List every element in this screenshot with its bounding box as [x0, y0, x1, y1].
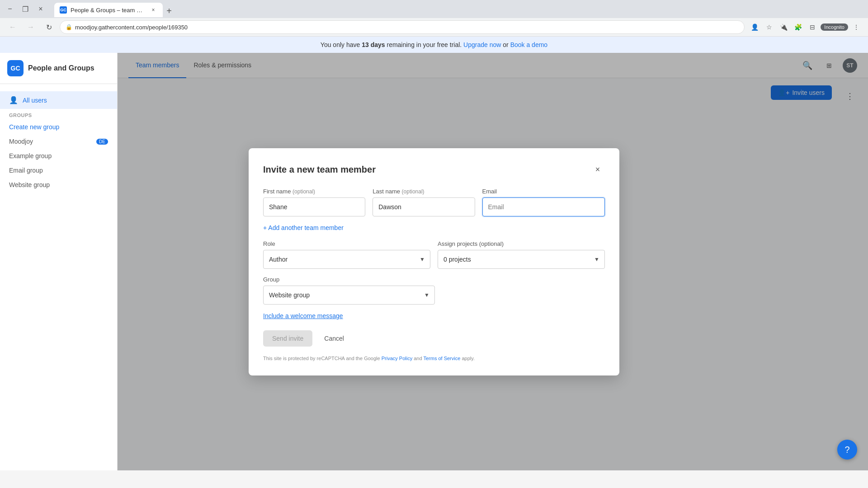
tab-bar: GC People & Groups – team memb... × + [51, 1, 179, 17]
modal-overlay: Invite a new team member × First name (o… [118, 53, 868, 470]
sidebar-header: GC People and Groups [0, 53, 117, 84]
name-email-row: First name (optional) Last name (optiona… [263, 188, 605, 216]
notification-text-middle: remaining in your free trial. [387, 41, 463, 48]
lock-icon: 🔒 [66, 24, 72, 30]
close-window-button[interactable]: × [34, 3, 47, 15]
group-select-wrapper: Website group Moodjoy Example group Emai… [263, 286, 435, 305]
first-name-label: First name (optional) [263, 188, 365, 195]
projects-group: Assign projects (optional) 0 projects ▼ [438, 240, 605, 269]
sidebar-icon[interactable]: ⊟ [806, 21, 819, 33]
group-form-group: Group Website group Moodjoy Example grou… [263, 276, 435, 305]
sidebar-item-email-group[interactable]: Email group [0, 163, 117, 178]
example-group-label: Example group [9, 152, 52, 160]
help-button[interactable]: ? [837, 440, 857, 460]
sidebar: GC People and Groups 👤 All users GROUPS … [0, 53, 118, 470]
email-input[interactable] [482, 197, 605, 216]
last-name-group: Last name (optional) [373, 188, 475, 216]
notification-text-before: You only have [321, 41, 362, 48]
tab-title: People & Groups – team memb... [71, 7, 146, 14]
email-label: Email [482, 188, 605, 195]
sidebar-item-moodjoy[interactable]: Moodjoy DE [0, 134, 117, 149]
notification-and: or [503, 41, 510, 48]
extension-icon[interactable]: 🔌 [777, 21, 790, 33]
group-label: Group [263, 276, 435, 283]
notification-days: 13 days [362, 41, 385, 48]
notification-bar: You only have 13 days remaining in your … [0, 37, 868, 53]
role-label: Role [263, 240, 430, 247]
modal-close-button[interactable]: × [590, 163, 605, 177]
send-invite-button[interactable]: Send invite [263, 330, 312, 347]
bookmark-icon[interactable]: ☆ [763, 21, 775, 33]
tab-favicon: GC [60, 6, 67, 14]
invite-modal: Invite a new team member × First name (o… [249, 148, 619, 375]
last-name-optional: (optional) [402, 188, 425, 195]
terms-of-service-link[interactable]: Terms of Service [423, 356, 460, 361]
window-controls: − ❐ × [4, 3, 47, 15]
sidebar-item-example-group[interactable]: Example group [0, 149, 117, 163]
moodjoy-badge: DE [96, 139, 108, 145]
role-projects-row: Role Author Editor Reviewer Owner ▼ [263, 240, 605, 269]
address-bar[interactable]: 🔒 moodjoy.gathercontent.com/people/16935… [60, 20, 745, 34]
incognito-badge: Incognito [821, 23, 848, 31]
first-name-group: First name (optional) [263, 188, 365, 216]
app-title: People and Groups [28, 64, 94, 72]
active-tab[interactable]: GC People & Groups – team memb... × [54, 3, 163, 17]
book-demo-link[interactable]: Book a demo [510, 41, 548, 48]
groups-section-title: GROUPS [0, 109, 117, 120]
website-group-label: Website group [9, 181, 50, 188]
app-layout: GC People and Groups 👤 All users GROUPS … [0, 53, 868, 470]
all-users-label: All users [23, 97, 47, 104]
back-button[interactable]: ← [5, 20, 20, 34]
role-select-wrapper: Author Editor Reviewer Owner ▼ [263, 250, 430, 269]
recaptcha-text: This site is protected by reCAPTCHA and … [263, 356, 605, 361]
create-new-group-link[interactable]: Create new group [0, 120, 117, 134]
projects-label: Assign projects (optional) [438, 240, 605, 247]
email-group: Email [482, 188, 605, 216]
modal-header: Invite a new team member × [263, 163, 605, 177]
sidebar-item-all-users[interactable]: 👤 All users [0, 91, 117, 109]
add-member-link[interactable]: + Add another team member [263, 224, 344, 231]
projects-select-wrapper: 0 projects ▼ [438, 250, 605, 269]
email-group-label: Email group [9, 167, 43, 174]
modal-footer: Send invite Cancel [263, 330, 605, 347]
first-name-input[interactable] [263, 197, 365, 216]
modal-title: Invite a new team member [263, 164, 376, 175]
sidebar-nav: 👤 All users GROUPS Create new group Mood… [0, 84, 117, 199]
first-name-optional: (optional) [292, 188, 315, 195]
menu-button[interactable]: ⋮ [850, 21, 863, 33]
role-group: Role Author Editor Reviewer Owner ▼ [263, 240, 430, 269]
browser-chrome: − ❐ × GC People & Groups – team memb... … [0, 0, 868, 37]
privacy-policy-link[interactable]: Privacy Policy [382, 356, 412, 361]
tab-close-button[interactable]: × [149, 6, 157, 14]
group-row: Group Website group Moodjoy Example grou… [263, 276, 605, 305]
moodjoy-label: Moodjoy [9, 138, 33, 145]
main-content: Team members Roles & permissions 🔍 ⊞ ST … [118, 53, 868, 470]
omnibar-actions: 👤 ☆ 🔌 🧩 ⊟ Incognito ⋮ [748, 21, 863, 33]
reload-button[interactable]: ↻ [42, 20, 56, 34]
group-select[interactable]: Website group Moodjoy Example group Emai… [263, 286, 435, 305]
role-select[interactable]: Author Editor Reviewer Owner [263, 250, 430, 269]
minimize-button[interactable]: − [4, 3, 16, 15]
new-tab-button[interactable]: + [163, 5, 175, 17]
browser-titlebar: − ❐ × GC People & Groups – team memb... … [0, 0, 868, 18]
upgrade-link[interactable]: Upgrade now [463, 41, 501, 48]
user-icon: 👤 [9, 96, 18, 104]
profile-icon[interactable]: 👤 [748, 21, 761, 33]
welcome-message-link[interactable]: Include a welcome message [263, 312, 343, 319]
restore-button[interactable]: ❐ [19, 3, 32, 15]
address-text: moodjoy.gathercontent.com/people/169350 [75, 24, 739, 31]
projects-select[interactable]: 0 projects [438, 250, 605, 269]
omnibar: ← → ↻ 🔒 moodjoy.gathercontent.com/people… [0, 18, 868, 36]
app-logo: GC [7, 60, 24, 76]
sidebar-item-website-group[interactable]: Website group [0, 178, 117, 192]
forward-button[interactable]: → [24, 20, 38, 34]
last-name-label: Last name (optional) [373, 188, 475, 195]
last-name-input[interactable] [373, 197, 475, 216]
cancel-button[interactable]: Cancel [320, 330, 349, 347]
puzzle-icon[interactable]: 🧩 [792, 21, 804, 33]
